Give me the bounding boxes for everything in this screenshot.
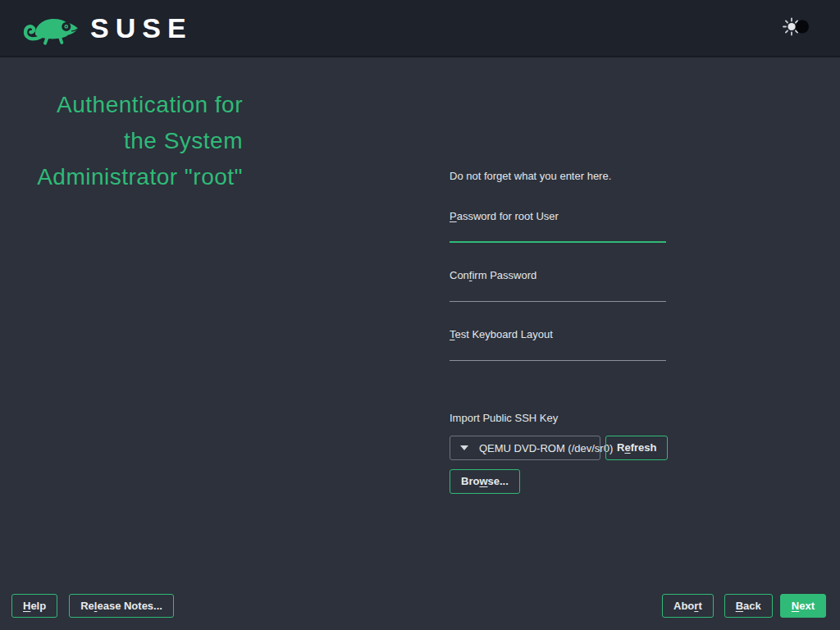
test-keyboard-label: Test Keyboard Layout bbox=[450, 328, 666, 341]
ssh-device-selected-value: QEMU DVD-ROM (/dev/sr0) bbox=[479, 442, 613, 454]
confirm-password-field-group: Confirm Password bbox=[450, 269, 666, 302]
browse-button[interactable]: Browse... bbox=[450, 469, 520, 494]
label-text: ext bbox=[799, 600, 815, 612]
label-text: ease Notes... bbox=[97, 600, 162, 612]
abort-button[interactable]: Abort bbox=[662, 594, 714, 618]
ssh-device-select[interactable]: QEMU DVD-ROM (/dev/sr0) bbox=[450, 436, 600, 460]
label-text: Abo bbox=[673, 600, 694, 612]
confirm-password-input[interactable] bbox=[450, 282, 666, 302]
import-ssh-key-label: Import Public SSH Key bbox=[450, 412, 666, 425]
page-title: Authentication for the System Administra… bbox=[0, 87, 243, 195]
page-title-line: the System bbox=[0, 123, 243, 159]
refresh-button[interactable]: Refresh bbox=[605, 436, 668, 460]
theme-toggle-button[interactable] bbox=[781, 16, 812, 40]
label-text: R bbox=[617, 441, 624, 454]
password-input[interactable] bbox=[450, 223, 666, 243]
page-title-line: Administrator "root" bbox=[0, 159, 243, 195]
label-text: ack bbox=[743, 600, 761, 612]
suse-chameleon-icon bbox=[21, 9, 80, 47]
back-button[interactable]: Back bbox=[724, 594, 773, 618]
mnemonic-char: N bbox=[792, 600, 799, 612]
label-text: est Keyboard Layout bbox=[455, 328, 553, 340]
brand-wordmark: SUSE bbox=[90, 14, 193, 42]
test-keyboard-field-group: Test Keyboard Layout bbox=[450, 328, 666, 361]
footer-left-buttons: Help Release Notes... bbox=[11, 594, 174, 618]
sun-moon-icon bbox=[781, 16, 812, 38]
confirm-password-label: Confirm Password bbox=[450, 269, 666, 282]
mnemonic-char: H bbox=[23, 600, 30, 612]
label-text: Bro bbox=[461, 475, 479, 487]
help-button[interactable]: Help bbox=[11, 594, 57, 618]
label-text: se... bbox=[488, 475, 509, 487]
label-text: assword for root User bbox=[457, 210, 559, 222]
release-notes-button[interactable]: Release Notes... bbox=[69, 594, 174, 618]
mnemonic-char: P bbox=[450, 210, 457, 222]
mnemonic-char: B bbox=[736, 600, 743, 612]
label-text: irm Password bbox=[472, 269, 536, 281]
root-password-form: Do not forget what you enter here. Passw… bbox=[450, 169, 666, 494]
mnemonic-char: e bbox=[624, 441, 630, 454]
label-text: Re bbox=[80, 600, 94, 612]
password-hint-text: Do not forget what you enter here. bbox=[450, 169, 666, 184]
test-keyboard-input[interactable] bbox=[450, 341, 666, 361]
password-label: Password for root User bbox=[450, 210, 666, 223]
label-text: Con bbox=[450, 269, 469, 281]
top-bar: SUSE bbox=[0, 0, 840, 57]
chevron-down-icon bbox=[460, 445, 468, 450]
label-text: t bbox=[698, 600, 701, 612]
import-ssh-key-section: Import Public SSH Key QEMU DVD-ROM (/dev… bbox=[450, 412, 666, 494]
label-text: elp bbox=[30, 600, 46, 612]
page-title-line: Authentication for bbox=[0, 87, 243, 123]
next-button[interactable]: Next bbox=[780, 594, 826, 618]
label-text: fresh bbox=[631, 441, 657, 454]
password-field-group: Password for root User bbox=[450, 210, 666, 243]
footer-right-buttons: Abort Back Next bbox=[662, 594, 826, 618]
mnemonic-char: w bbox=[479, 475, 487, 487]
